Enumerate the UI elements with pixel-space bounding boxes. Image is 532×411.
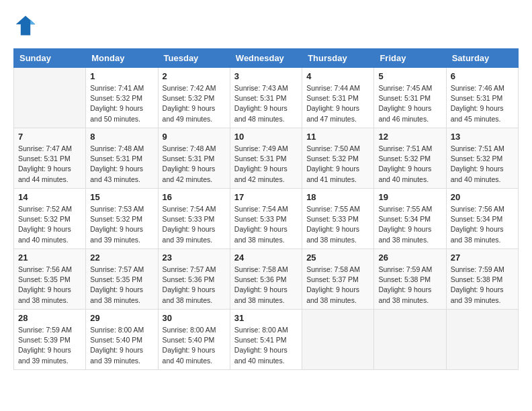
- day-number: 31: [234, 313, 298, 323]
- day-number: 7: [18, 132, 81, 142]
- page-header: [13, 13, 519, 38]
- day-info: Sunrise: 7:48 AMSunset: 5:31 PMDaylight:…: [90, 144, 153, 185]
- calendar-day-cell: 28Sunrise: 7:59 AMSunset: 5:39 PMDayligh…: [14, 310, 86, 370]
- empty-cell: [302, 310, 374, 370]
- day-number: 4: [306, 71, 369, 81]
- calendar-day-cell: 16Sunrise: 7:54 AMSunset: 5:33 PMDayligh…: [158, 189, 230, 249]
- calendar-day-cell: 12Sunrise: 7:51 AMSunset: 5:32 PMDayligh…: [374, 128, 446, 189]
- calendar-day-cell: 6Sunrise: 7:46 AMSunset: 5:31 PMDaylight…: [446, 68, 518, 128]
- empty-cell: [374, 310, 446, 370]
- day-number: 19: [378, 192, 441, 202]
- weekday-header-sunday: Sunday: [14, 49, 86, 68]
- day-info: Sunrise: 7:48 AMSunset: 5:31 PMDaylight:…: [163, 144, 226, 185]
- empty-cell: [446, 310, 518, 370]
- day-number: 17: [234, 192, 298, 202]
- day-info: Sunrise: 7:46 AMSunset: 5:31 PMDaylight:…: [451, 83, 514, 124]
- calendar-table: SundayMondayTuesdayWednesdayThursdayFrid…: [13, 48, 519, 370]
- day-number: 28: [18, 313, 81, 323]
- calendar-day-cell: 30Sunrise: 8:00 AMSunset: 5:40 PMDayligh…: [158, 310, 230, 370]
- day-info: Sunrise: 7:44 AMSunset: 5:31 PMDaylight:…: [306, 83, 369, 124]
- calendar-week-row: 14Sunrise: 7:52 AMSunset: 5:32 PMDayligh…: [14, 189, 519, 249]
- calendar-day-cell: 1Sunrise: 7:41 AMSunset: 5:32 PMDaylight…: [86, 68, 158, 128]
- calendar-day-cell: 11Sunrise: 7:50 AMSunset: 5:32 PMDayligh…: [302, 128, 374, 189]
- day-info: Sunrise: 7:59 AMSunset: 5:38 PMDaylight:…: [378, 265, 441, 306]
- day-info: Sunrise: 7:56 AMSunset: 5:34 PMDaylight:…: [451, 204, 514, 245]
- day-number: 2: [163, 71, 226, 81]
- svg-marker-1: [30, 19, 35, 24]
- day-info: Sunrise: 7:51 AMSunset: 5:32 PMDaylight:…: [451, 144, 514, 185]
- calendar-day-cell: 9Sunrise: 7:48 AMSunset: 5:31 PMDaylight…: [158, 128, 230, 189]
- day-info: Sunrise: 7:57 AMSunset: 5:35 PMDaylight:…: [90, 265, 153, 306]
- day-info: Sunrise: 7:58 AMSunset: 5:37 PMDaylight:…: [306, 265, 369, 306]
- day-number: 23: [163, 253, 226, 263]
- day-number: 12: [378, 132, 441, 142]
- day-number: 21: [18, 253, 81, 263]
- day-number: 13: [451, 132, 514, 142]
- day-info: Sunrise: 7:59 AMSunset: 5:38 PMDaylight:…: [451, 265, 514, 306]
- day-number: 24: [234, 253, 298, 263]
- day-info: Sunrise: 7:54 AMSunset: 5:33 PMDaylight:…: [163, 204, 226, 245]
- calendar-day-cell: 3Sunrise: 7:43 AMSunset: 5:31 PMDaylight…: [230, 68, 302, 128]
- day-info: Sunrise: 7:51 AMSunset: 5:32 PMDaylight:…: [378, 144, 441, 185]
- calendar-day-cell: 13Sunrise: 7:51 AMSunset: 5:32 PMDayligh…: [446, 128, 518, 189]
- calendar-week-row: 7Sunrise: 7:47 AMSunset: 5:31 PMDaylight…: [14, 128, 519, 189]
- calendar-day-cell: 18Sunrise: 7:55 AMSunset: 5:33 PMDayligh…: [302, 189, 374, 249]
- day-number: 14: [18, 192, 81, 202]
- day-info: Sunrise: 7:50 AMSunset: 5:32 PMDaylight:…: [306, 144, 369, 185]
- weekday-header-saturday: Saturday: [446, 49, 518, 68]
- calendar-day-cell: 20Sunrise: 7:56 AMSunset: 5:34 PMDayligh…: [446, 189, 518, 249]
- calendar-day-cell: 14Sunrise: 7:52 AMSunset: 5:32 PMDayligh…: [14, 189, 86, 249]
- day-number: 10: [234, 132, 298, 142]
- day-info: Sunrise: 8:00 AMSunset: 5:40 PMDaylight:…: [90, 325, 153, 366]
- logo: [13, 13, 40, 38]
- calendar-day-cell: 10Sunrise: 7:49 AMSunset: 5:31 PMDayligh…: [230, 128, 302, 189]
- day-number: 25: [306, 253, 369, 263]
- calendar-day-cell: 27Sunrise: 7:59 AMSunset: 5:38 PMDayligh…: [446, 249, 518, 310]
- weekday-header-thursday: Thursday: [302, 49, 374, 68]
- calendar-day-cell: 24Sunrise: 7:58 AMSunset: 5:36 PMDayligh…: [230, 249, 302, 310]
- day-info: Sunrise: 7:54 AMSunset: 5:33 PMDaylight:…: [234, 204, 298, 245]
- day-number: 29: [90, 313, 153, 323]
- day-number: 8: [90, 132, 153, 142]
- calendar-day-cell: 19Sunrise: 7:55 AMSunset: 5:34 PMDayligh…: [374, 189, 446, 249]
- logo-icon: [13, 13, 38, 38]
- day-info: Sunrise: 8:00 AMSunset: 5:40 PMDaylight:…: [163, 325, 226, 366]
- calendar-header-row: SundayMondayTuesdayWednesdayThursdayFrid…: [14, 49, 519, 68]
- day-number: 5: [378, 71, 441, 81]
- day-number: 6: [451, 71, 514, 81]
- day-number: 11: [306, 132, 369, 142]
- day-info: Sunrise: 7:59 AMSunset: 5:39 PMDaylight:…: [18, 325, 81, 366]
- day-number: 9: [163, 132, 226, 142]
- calendar-day-cell: 25Sunrise: 7:58 AMSunset: 5:37 PMDayligh…: [302, 249, 374, 310]
- calendar-day-cell: 2Sunrise: 7:42 AMSunset: 5:32 PMDaylight…: [158, 68, 230, 128]
- calendar-day-cell: 5Sunrise: 7:45 AMSunset: 5:31 PMDaylight…: [374, 68, 446, 128]
- weekday-header-tuesday: Tuesday: [158, 49, 230, 68]
- day-number: 20: [451, 192, 514, 202]
- day-number: 1: [90, 71, 153, 81]
- calendar-day-cell: 22Sunrise: 7:57 AMSunset: 5:35 PMDayligh…: [86, 249, 158, 310]
- weekday-header-friday: Friday: [374, 49, 446, 68]
- calendar-week-row: 1Sunrise: 7:41 AMSunset: 5:32 PMDaylight…: [14, 68, 519, 128]
- day-number: 3: [234, 71, 298, 81]
- calendar-day-cell: 26Sunrise: 7:59 AMSunset: 5:38 PMDayligh…: [374, 249, 446, 310]
- day-number: 26: [378, 253, 441, 263]
- day-info: Sunrise: 7:53 AMSunset: 5:32 PMDaylight:…: [90, 204, 153, 245]
- day-info: Sunrise: 7:42 AMSunset: 5:32 PMDaylight:…: [163, 83, 226, 124]
- day-info: Sunrise: 7:55 AMSunset: 5:33 PMDaylight:…: [306, 204, 369, 245]
- day-number: 18: [306, 192, 369, 202]
- day-info: Sunrise: 7:55 AMSunset: 5:34 PMDaylight:…: [378, 204, 441, 245]
- day-number: 27: [451, 253, 514, 263]
- weekday-header-wednesday: Wednesday: [230, 49, 302, 68]
- calendar-day-cell: 21Sunrise: 7:56 AMSunset: 5:35 PMDayligh…: [14, 249, 86, 310]
- calendar-day-cell: 4Sunrise: 7:44 AMSunset: 5:31 PMDaylight…: [302, 68, 374, 128]
- day-info: Sunrise: 7:52 AMSunset: 5:32 PMDaylight:…: [18, 204, 81, 245]
- day-info: Sunrise: 7:41 AMSunset: 5:32 PMDaylight:…: [90, 83, 153, 124]
- day-info: Sunrise: 7:43 AMSunset: 5:31 PMDaylight:…: [234, 83, 298, 124]
- day-info: Sunrise: 7:57 AMSunset: 5:36 PMDaylight:…: [163, 265, 226, 306]
- day-info: Sunrise: 7:56 AMSunset: 5:35 PMDaylight:…: [18, 265, 81, 306]
- day-number: 30: [163, 313, 226, 323]
- day-info: Sunrise: 7:58 AMSunset: 5:36 PMDaylight:…: [234, 265, 298, 306]
- svg-marker-0: [16, 16, 36, 36]
- calendar-day-cell: 7Sunrise: 7:47 AMSunset: 5:31 PMDaylight…: [14, 128, 86, 189]
- empty-cell: [14, 68, 86, 128]
